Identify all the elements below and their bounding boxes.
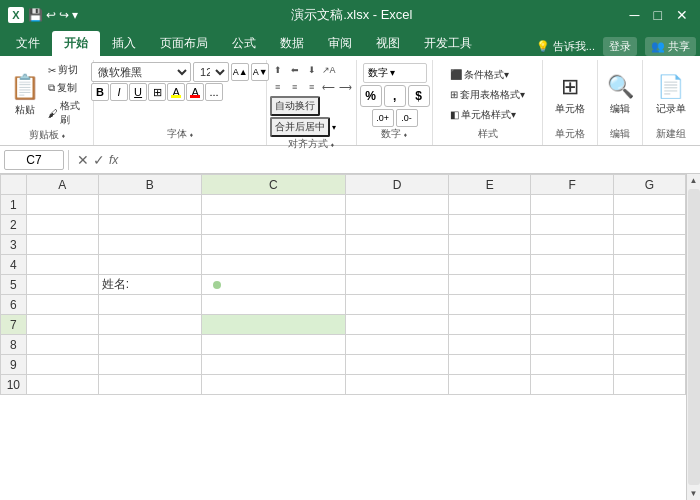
cell-E7[interactable] bbox=[449, 315, 531, 335]
cell-F2[interactable] bbox=[531, 215, 613, 235]
cell-E2[interactable] bbox=[449, 215, 531, 235]
cell-G10[interactable] bbox=[613, 375, 685, 395]
cell-C9[interactable] bbox=[201, 355, 345, 375]
tab-insert[interactable]: 插入 bbox=[100, 31, 148, 56]
grid-scroll[interactable]: A B C D E F G 12345姓名:678910 bbox=[0, 174, 686, 500]
cell-G9[interactable] bbox=[613, 355, 685, 375]
cell-C5[interactable] bbox=[201, 275, 345, 295]
close-button[interactable]: ✕ bbox=[672, 7, 692, 23]
font-more-button[interactable]: ... bbox=[205, 83, 223, 101]
redo-icon[interactable]: ↪ bbox=[59, 8, 69, 22]
insert-function-icon[interactable]: fx bbox=[109, 153, 118, 167]
cell-B4[interactable] bbox=[98, 255, 201, 275]
cell-A5[interactable] bbox=[26, 275, 98, 295]
increase-font-button[interactable]: A▲ bbox=[231, 63, 249, 81]
decrease-indent-button[interactable]: ⟵ bbox=[321, 79, 337, 95]
table-format-button[interactable]: ⊞ 套用表格格式▾ bbox=[444, 86, 532, 104]
tab-review[interactable]: 审阅 bbox=[316, 31, 364, 56]
col-header-f[interactable]: F bbox=[531, 175, 613, 195]
cell-F1[interactable] bbox=[531, 195, 613, 215]
cell-E3[interactable] bbox=[449, 235, 531, 255]
col-header-g[interactable]: G bbox=[613, 175, 685, 195]
row-header-5[interactable]: 5 bbox=[1, 275, 27, 295]
col-header-c[interactable]: C bbox=[201, 175, 345, 195]
cell-F3[interactable] bbox=[531, 235, 613, 255]
align-top-button[interactable]: ⬆ bbox=[270, 62, 286, 78]
tell-me-button[interactable]: 💡 告诉我... bbox=[536, 39, 595, 54]
cell-A9[interactable] bbox=[26, 355, 98, 375]
cell-B6[interactable] bbox=[98, 295, 201, 315]
cell-D1[interactable] bbox=[346, 195, 449, 215]
cell-F6[interactable] bbox=[531, 295, 613, 315]
cell-C2[interactable] bbox=[201, 215, 345, 235]
cell-E5[interactable] bbox=[449, 275, 531, 295]
cell-A8[interactable] bbox=[26, 335, 98, 355]
maximize-button[interactable]: □ bbox=[650, 7, 666, 23]
cell-E4[interactable] bbox=[449, 255, 531, 275]
cell-G8[interactable] bbox=[613, 335, 685, 355]
bold-button[interactable]: B bbox=[91, 83, 109, 101]
cell-G2[interactable] bbox=[613, 215, 685, 235]
cancel-formula-icon[interactable]: ✕ bbox=[77, 152, 89, 168]
cell-D8[interactable] bbox=[346, 335, 449, 355]
minimize-button[interactable]: ─ bbox=[626, 7, 644, 23]
cell-F7[interactable] bbox=[531, 315, 613, 335]
align-bottom-button[interactable]: ⬇ bbox=[304, 62, 320, 78]
cell-D5[interactable] bbox=[346, 275, 449, 295]
scroll-up-button[interactable]: ▲ bbox=[688, 174, 700, 187]
italic-button[interactable]: I bbox=[110, 83, 128, 101]
scroll-track-vertical[interactable] bbox=[688, 189, 700, 485]
cell-D4[interactable] bbox=[346, 255, 449, 275]
alignment-expand-icon[interactable]: ⬧ bbox=[330, 140, 335, 149]
col-header-e[interactable]: E bbox=[449, 175, 531, 195]
row-header-6[interactable]: 6 bbox=[1, 295, 27, 315]
row-header-1[interactable]: 1 bbox=[1, 195, 27, 215]
cell-B3[interactable] bbox=[98, 235, 201, 255]
save-icon[interactable]: 💾 bbox=[28, 8, 43, 22]
row-header-4[interactable]: 4 bbox=[1, 255, 27, 275]
col-header-b[interactable]: B bbox=[98, 175, 201, 195]
cell-C10[interactable] bbox=[201, 375, 345, 395]
number-expand-icon[interactable]: ⬧ bbox=[403, 130, 408, 139]
cut-button[interactable]: ✂ 剪切 bbox=[45, 62, 88, 78]
vertical-scrollbar[interactable]: ▲ ▼ bbox=[686, 174, 700, 500]
number-format-select[interactable]: 数字 ▾ bbox=[363, 63, 427, 83]
col-header-d[interactable]: D bbox=[346, 175, 449, 195]
cell-G6[interactable] bbox=[613, 295, 685, 315]
row-header-10[interactable]: 10 bbox=[1, 375, 27, 395]
tab-file[interactable]: 文件 bbox=[4, 31, 52, 56]
currency-button[interactable]: $ bbox=[408, 85, 430, 107]
tab-page-layout[interactable]: 页面布局 bbox=[148, 31, 220, 56]
font-family-select[interactable]: 微软雅黑 bbox=[91, 62, 191, 82]
align-center-button[interactable]: ≡ bbox=[287, 79, 303, 95]
cell-B10[interactable] bbox=[98, 375, 201, 395]
cell-E8[interactable] bbox=[449, 335, 531, 355]
merge-dropdown-icon[interactable]: ▾ bbox=[332, 123, 336, 132]
cell-F5[interactable] bbox=[531, 275, 613, 295]
comma-button[interactable]: , bbox=[384, 85, 406, 107]
cell-G7[interactable] bbox=[613, 315, 685, 335]
format-painter-button[interactable]: 🖌 格式刷 bbox=[45, 98, 88, 128]
cell-A6[interactable] bbox=[26, 295, 98, 315]
align-left-button[interactable]: ≡ bbox=[270, 79, 286, 95]
cell-D3[interactable] bbox=[346, 235, 449, 255]
row-header-7[interactable]: 7 bbox=[1, 315, 27, 335]
wrap-text-button[interactable]: 自动换行 bbox=[270, 96, 320, 116]
cell-C6[interactable] bbox=[201, 295, 345, 315]
fill-color-button[interactable]: A bbox=[167, 83, 185, 101]
row-header-8[interactable]: 8 bbox=[1, 335, 27, 355]
cell-E1[interactable] bbox=[449, 195, 531, 215]
cell-A10[interactable] bbox=[26, 375, 98, 395]
login-button[interactable]: 登录 bbox=[603, 37, 637, 56]
percent-button[interactable]: % bbox=[360, 85, 382, 107]
cell-A1[interactable] bbox=[26, 195, 98, 215]
scroll-down-button[interactable]: ▼ bbox=[688, 487, 700, 500]
cell-E9[interactable] bbox=[449, 355, 531, 375]
undo-icon[interactable]: ↩ bbox=[46, 8, 56, 22]
editing-button[interactable]: 🔍 编辑 bbox=[603, 67, 638, 123]
cell-D9[interactable] bbox=[346, 355, 449, 375]
align-middle-button[interactable]: ⬅ bbox=[287, 62, 303, 78]
tab-data[interactable]: 数据 bbox=[268, 31, 316, 56]
insert-cells-button[interactable]: ⊞ 单元格 bbox=[551, 67, 589, 123]
formula-input[interactable] bbox=[126, 151, 696, 169]
